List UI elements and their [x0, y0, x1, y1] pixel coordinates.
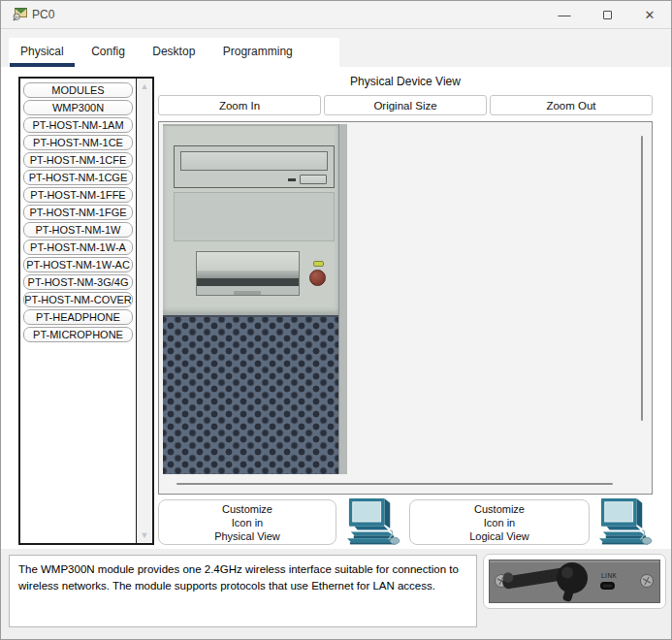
cd-led [288, 178, 296, 181]
vertical-scrollbar[interactable] [641, 136, 643, 421]
module-item-pt-host-nm-1cge[interactable]: PT-HOST-NM-1CGE [23, 170, 133, 185]
device-window: PC0 — ✕ Physical Config Desktop Programm… [0, 0, 672, 640]
module-item-wmp300n[interactable]: WMP300N [23, 100, 133, 115]
customize-logical-line3: Logical View [469, 529, 529, 543]
physical-device-view-title: Physical Device View [158, 75, 653, 88]
module-item-pt-host-nm-1fge[interactable]: PT-HOST-NM-1FGE [23, 205, 133, 220]
drive-bay-cover [174, 192, 335, 241]
module-item-pt-host-nm-1w-a[interactable]: PT-HOST-NM-1W-A [23, 240, 133, 255]
module-item-pt-host-nm-1w-ac[interactable]: PT-HOST-NM-1W-AC [23, 257, 133, 272]
module-item-pt-host-nm-3g4g[interactable]: PT-HOST-NM-3G/4G [23, 274, 133, 290]
module-item-pt-host-nm-cover[interactable]: PT-HOST-NM-COVER [23, 292, 133, 307]
zoom-out-button[interactable]: Zoom Out [490, 95, 653, 115]
cd-drive [174, 145, 335, 188]
maximize-button[interactable] [588, 1, 626, 28]
customize-physical-line2: Icon in [232, 516, 263, 529]
minimize-icon: — [559, 8, 571, 22]
scroll-up-icon[interactable]: ▲ [141, 81, 149, 91]
titlebar: PC0 — ✕ [1, 1, 671, 29]
tab-desktop[interactable]: Desktop [142, 38, 206, 67]
modules-scrollbar[interactable]: ▲ ▼ [136, 79, 152, 543]
close-button[interactable]: ✕ [630, 1, 669, 28]
module-description: The WMP300N module provides one 2.4GHz w… [9, 555, 477, 627]
horizontal-scrollbar[interactable] [176, 483, 613, 485]
floppy-slot [197, 278, 299, 286]
tab-programming[interactable]: Programming [212, 38, 304, 67]
cd-eject-button [300, 175, 327, 184]
link-label: LINK [601, 572, 618, 579]
floppy-drive [196, 251, 300, 296]
tab-config[interactable]: Config [80, 38, 136, 67]
customize-logical-view-button[interactable]: Customize Icon in Logical View [409, 499, 590, 545]
window-title: PC0 [32, 1, 54, 28]
tab-strip-inner: Physical Config Desktop Programming Attr… [9, 38, 339, 67]
original-size-button[interactable]: Original Size [324, 95, 487, 115]
main-panel: MODULES WMP300N PT-HOST-NM-1AM PT-HOST-N… [1, 67, 672, 549]
cd-tray [180, 151, 328, 171]
module-item-pt-microphone[interactable]: PT-MICROPHONE [23, 327, 133, 342]
module-item-pt-host-nm-1ce[interactable]: PT-HOST-NM-1CE [23, 135, 133, 150]
zoom-in-button[interactable]: Zoom In [158, 95, 321, 115]
module-item-pt-host-nm-1w[interactable]: PT-HOST-NM-1W [23, 222, 133, 238]
device-viewport [158, 121, 653, 495]
module-item-pt-headphone[interactable]: PT-HEADPHONE [23, 309, 133, 325]
minimize-button[interactable]: — [545, 1, 584, 28]
tab-strip: Physical Config Desktop Programming Attr… [1, 29, 671, 67]
customize-physical-view-button[interactable]: Customize Icon in Physical View [158, 499, 336, 545]
wmp300n-module-image: LINK [489, 560, 660, 603]
power-button [309, 270, 326, 286]
vent-grill [163, 315, 338, 474]
computer-tower[interactable] [163, 124, 347, 474]
zoom-controls: Zoom In Original Size Zoom Out [158, 95, 653, 115]
power-led [313, 261, 324, 267]
tower-side [338, 124, 347, 474]
bottom-section: The WMP300N module provides one 2.4GHz w… [1, 549, 672, 640]
customize-logical-line1: Customize [474, 502, 525, 516]
right-screw [641, 575, 654, 588]
scroll-down-icon[interactable]: ▼ [141, 530, 149, 540]
module-preview: LINK [483, 554, 666, 609]
tab-physical[interactable]: Physical [10, 38, 75, 67]
modules-panel: MODULES WMP300N PT-HOST-NM-1AM PT-HOST-N… [18, 77, 154, 545]
module-item-pt-host-nm-1am[interactable]: PT-HOST-NM-1AM [23, 117, 133, 133]
computer-icon-physical[interactable] [341, 496, 401, 545]
modules-header: MODULES [23, 82, 133, 98]
computer-icon-logical[interactable] [593, 496, 654, 545]
tower-front [163, 124, 338, 474]
customize-logical-line2: Icon in [484, 516, 515, 529]
device-icon [11, 7, 28, 22]
module-item-pt-host-nm-1ffe[interactable]: PT-HOST-NM-1FFE [23, 187, 133, 203]
maximize-icon [603, 11, 612, 19]
floppy-eject-button [234, 291, 261, 295]
module-item-pt-host-nm-1cfe[interactable]: PT-HOST-NM-1CFE [23, 152, 133, 168]
close-icon: ✕ [645, 8, 656, 22]
customize-physical-line1: Customize [222, 502, 272, 516]
modules-list: MODULES WMP300N PT-HOST-NM-1AM PT-HOST-N… [20, 79, 136, 543]
customize-physical-line3: Physical View [214, 529, 280, 543]
